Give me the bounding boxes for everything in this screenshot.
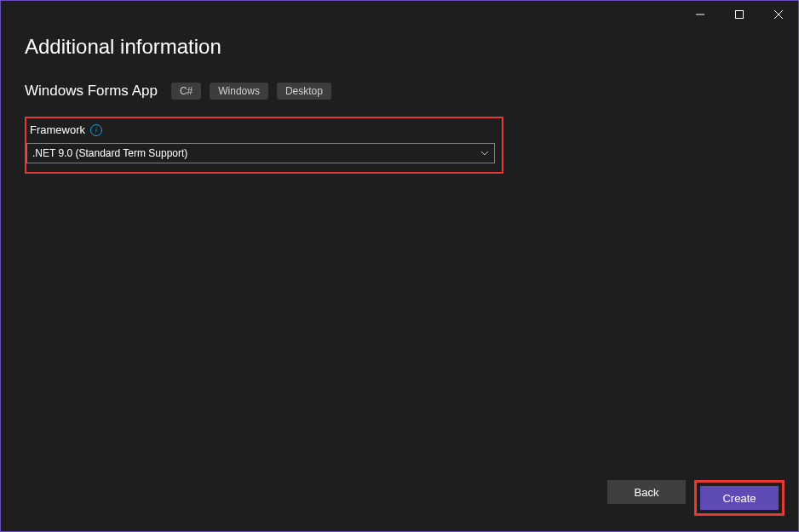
window-controls	[681, 1, 798, 28]
create-highlight: Create	[694, 480, 785, 516]
close-button[interactable]	[759, 1, 798, 28]
titlebar	[1, 1, 798, 28]
create-button[interactable]: Create	[700, 486, 779, 510]
info-icon[interactable]: i	[90, 124, 102, 136]
footer: Back Create	[607, 480, 785, 516]
subtitle-row: Windows Forms App C# Windows Desktop	[25, 83, 774, 100]
main-content: Additional information Windows Forms App…	[1, 28, 798, 174]
chevron-down-icon	[479, 147, 491, 159]
svg-rect-1	[736, 11, 744, 19]
tag-platform: Windows	[210, 83, 268, 100]
maximize-button[interactable]	[720, 1, 759, 28]
framework-dropdown[interactable]: .NET 9.0 (Standard Term Support)	[26, 143, 495, 163]
framework-label-row: Framework i	[30, 123, 495, 136]
framework-highlight: Framework i .NET 9.0 (Standard Term Supp…	[25, 117, 503, 174]
project-template-name: Windows Forms App	[25, 83, 158, 100]
framework-selected-value: .NET 9.0 (Standard Term Support)	[32, 147, 187, 159]
tag-apptype: Desktop	[277, 83, 331, 100]
framework-label: Framework	[30, 123, 85, 136]
tag-language: C#	[171, 83, 201, 100]
back-button[interactable]: Back	[607, 480, 686, 504]
page-title: Additional information	[25, 35, 774, 59]
minimize-button[interactable]	[681, 1, 720, 28]
framework-section: Framework i .NET 9.0 (Standard Term Supp…	[25, 117, 774, 174]
